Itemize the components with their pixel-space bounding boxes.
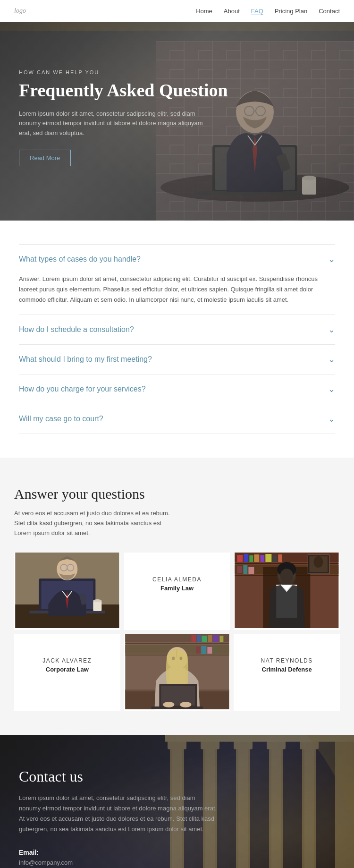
faq-question-4[interactable]: How do you charge for your services? ⌄ (19, 374, 335, 404)
team-card-photo-woman2 (124, 634, 230, 711)
contact-email-label: Email: (19, 849, 335, 856)
svg-rect-94 (234, 740, 253, 749)
team-subtext: At vero eos et accusam et justo duo dolo… (14, 509, 175, 538)
svg-rect-95 (267, 740, 286, 749)
svg-rect-60 (202, 636, 207, 642)
team-photo-blonde-woman (124, 634, 230, 709)
svg-point-24 (60, 564, 67, 571)
faq-item-1: What types of cases do you handle? ⌄ Ans… (19, 244, 335, 315)
logo: logo (14, 7, 26, 15)
svg-rect-59 (197, 635, 201, 642)
svg-rect-43 (237, 566, 243, 573)
faq-chevron-3: ⌄ (328, 354, 335, 365)
team-member-role-jack: Corporate Law (22, 666, 113, 673)
faq-chevron-5: ⌄ (328, 414, 335, 424)
svg-rect-38 (266, 554, 272, 562)
svg-point-75 (179, 656, 182, 660)
svg-rect-92 (168, 740, 186, 749)
svg-rect-63 (219, 636, 223, 642)
faq-question-3[interactable]: What should I bring to my first meeting?… (19, 345, 335, 374)
contact-content: Contact us Lorem ipsum dolor sit amet, c… (19, 768, 335, 868)
faq-question-5[interactable]: Will my case go to court? ⌄ (19, 404, 335, 434)
svg-rect-34 (244, 554, 249, 562)
faq-question-text-2: How do I schedule a consultation? (19, 325, 134, 334)
hero-eyebrow: HOW CAN WE HELP YOU (19, 69, 335, 75)
faq-question-2[interactable]: How do I schedule a consultation? ⌄ (19, 315, 335, 344)
hero-title: Frequently Asked Question (19, 80, 245, 102)
svg-rect-69 (213, 646, 217, 654)
team-card-nat: NAT REYNOLDS Criminal Defense (234, 634, 340, 711)
svg-point-79 (163, 702, 174, 707)
team-grid-row1: CELIA ALMEDA Family Law (14, 553, 340, 630)
contact-email-value: info@company.com (19, 859, 335, 866)
team-section: Answer your questions At vero eos et acc… (0, 458, 354, 734)
faq-chevron-2: ⌄ (328, 324, 335, 335)
team-card-jack: JACK ALVAREZ Corporate Law (14, 634, 120, 711)
svg-rect-68 (207, 647, 212, 654)
svg-rect-35 (250, 555, 253, 562)
svg-rect-33 (237, 555, 243, 562)
nav-pricing[interactable]: Pricing Plan (275, 8, 307, 15)
faq-question-text-3: What should I bring to my first meeting? (19, 355, 152, 364)
svg-rect-67 (201, 646, 206, 654)
faq-section: What types of cases do you handle? ⌄ Ans… (0, 221, 354, 458)
team-card-celia: CELIA ALMEDA Family Law (124, 553, 230, 630)
svg-rect-61 (208, 635, 212, 642)
nav-contact[interactable]: Contact (319, 8, 340, 15)
faq-question-text-4: How do you charge for your services? (19, 385, 146, 393)
team-photo-man-laptop (14, 553, 120, 628)
svg-rect-93 (201, 740, 219, 749)
svg-point-74 (172, 656, 175, 660)
svg-point-25 (67, 564, 74, 571)
team-member-name-nat: NAT REYNOLDS (241, 657, 332, 664)
svg-rect-37 (261, 555, 265, 562)
team-member-role-nat: Criminal Defense (241, 666, 332, 673)
team-heading: Answer your questions (14, 486, 340, 502)
faq-item-5: Will my case go to court? ⌄ (19, 404, 335, 434)
svg-rect-58 (191, 635, 196, 642)
svg-point-80 (180, 702, 191, 707)
svg-rect-28 (93, 601, 101, 611)
svg-point-54 (314, 556, 323, 568)
faq-chevron-1: ⌄ (328, 254, 335, 264)
svg-rect-39 (273, 555, 278, 562)
faq-question-1[interactable]: What types of cases do you handle? ⌄ (19, 245, 335, 274)
team-member-name-jack: JACK ALVAREZ (22, 657, 113, 664)
hero-cta-button[interactable]: Read More (19, 150, 71, 166)
faq-item-2: How do I schedule a consultation? ⌄ (19, 315, 335, 345)
svg-point-29 (93, 599, 101, 602)
nav-links: Home About FAQ Pricing Plan Contact (196, 7, 340, 15)
faq-item-4: How do you charge for your services? ⌄ (19, 374, 335, 404)
svg-rect-57 (125, 643, 229, 644)
contact-description: Lorem ipsum dolor sit amet, consetetur s… (19, 793, 217, 834)
faq-item-3: What should I bring to my first meeting?… (19, 345, 335, 374)
faq-answer-1: Answer. Lorem ipsum dolor sit amet, cons… (19, 274, 335, 315)
svg-rect-36 (254, 554, 260, 562)
navbar: logo Home About FAQ Pricing Plan Contact (0, 0, 354, 22)
nav-home[interactable]: Home (196, 8, 212, 15)
team-grid-row2: JACK ALVAREZ Corporate Law (14, 634, 340, 711)
faq-question-text-1: What types of cases do you handle? (19, 255, 141, 264)
hero-content: HOW CAN WE HELP YOU Frequently Asked Que… (0, 22, 354, 185)
svg-rect-40 (278, 554, 282, 562)
svg-rect-62 (213, 635, 219, 642)
team-photo-woman-standing (234, 553, 340, 628)
faq-chevron-4: ⌄ (328, 384, 335, 394)
svg-rect-78 (151, 706, 203, 709)
svg-point-51 (280, 569, 294, 584)
team-card-photo-woman1 (234, 553, 340, 630)
nav-faq[interactable]: FAQ (251, 8, 263, 15)
svg-rect-44 (244, 565, 248, 574)
faq-question-text-5: Will my case go to court? (19, 415, 103, 423)
svg-rect-45 (249, 567, 254, 574)
team-member-name-celia: CELIA ALMEDA (132, 576, 223, 583)
nav-about[interactable]: About (224, 8, 240, 15)
contact-section: Contact us Lorem ipsum dolor sit amet, c… (0, 735, 354, 868)
hero-section: HOW CAN WE HELP YOU Frequently Asked Que… (0, 22, 354, 221)
contact-title: Contact us (19, 768, 335, 785)
hero-description: Lorem ipsum dolor sit amet, consetetur s… (19, 109, 208, 138)
team-card-photo-man (14, 553, 120, 630)
team-member-role-celia: Family Law (132, 585, 223, 592)
svg-rect-66 (196, 647, 200, 654)
